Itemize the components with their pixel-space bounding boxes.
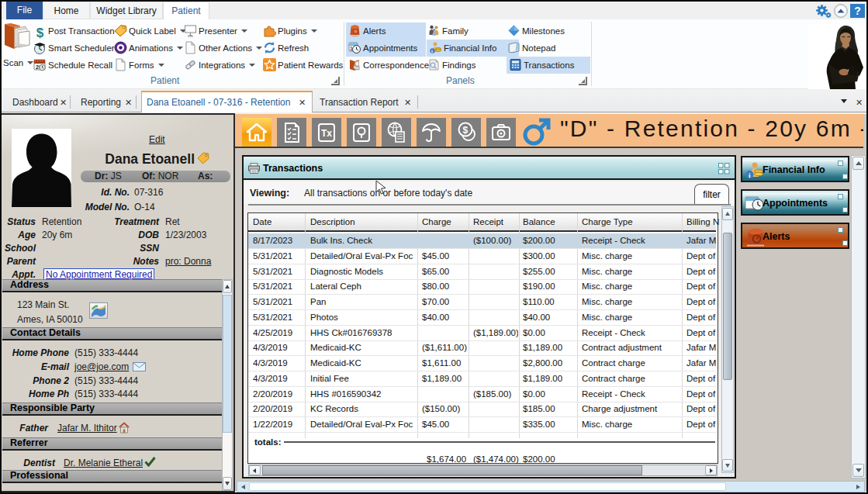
svg-text:$: $ — [463, 125, 469, 136]
svg-text:i: i — [431, 48, 433, 54]
svg-text:Tx: Tx — [321, 128, 332, 139]
